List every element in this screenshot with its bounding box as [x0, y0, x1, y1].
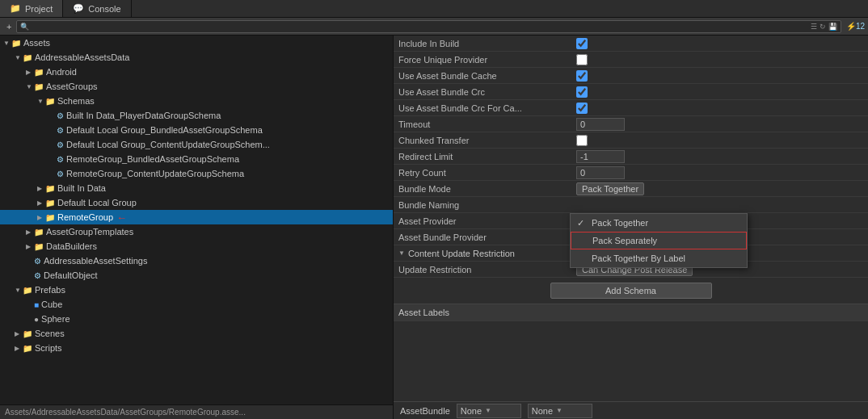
- asset-bundle-label: AssetBundle: [400, 406, 450, 416]
- tree-item-label: AddressableAssetSettings: [44, 256, 147, 266]
- timeout-input[interactable]: [576, 118, 625, 131]
- search-input[interactable]: [32, 22, 807, 31]
- tree-item-cube[interactable]: ■Cube: [0, 297, 393, 312]
- use-cache-label: Use Asset Bundle Cache: [398, 71, 576, 81]
- tree-item-label: Default Local Group: [57, 198, 137, 207]
- tree-item-default_object[interactable]: ⚙DefaultObject: [0, 268, 393, 283]
- asset-bundle-second-dropdown[interactable]: None ▼: [528, 404, 592, 418]
- option-pack-separately-label: Pack Separately: [592, 236, 657, 245]
- tree-item-addressable_settings[interactable]: ⚙AddressableAssetSettings: [0, 253, 393, 268]
- filter-icon[interactable]: ☰: [811, 23, 817, 31]
- chunked-checkbox[interactable]: [576, 135, 588, 146]
- tree-item-databuilders[interactable]: ▶📁DataBuilders: [0, 239, 393, 253]
- prop-timeout: Timeout: [394, 116, 868, 132]
- force-unique-checkbox[interactable]: [576, 54, 588, 65]
- bundle-naming-dropdown[interactable]: ✓ Pack Together Pack Separately Pack Tog…: [570, 213, 748, 268]
- dropdown-option-pack-together[interactable]: ✓ Pack Together: [571, 214, 747, 232]
- dropdown-option-pack-separately[interactable]: Pack Separately: [571, 232, 747, 249]
- tree-item-label: DataBuilders: [46, 241, 97, 251]
- use-cache-checkbox[interactable]: [576, 70, 588, 82]
- folder-icon: 📁: [45, 213, 55, 222]
- tab-project[interactable]: 📁 Project: [0, 0, 63, 17]
- tree-item-assetgroups[interactable]: ▼📁AssetGroups: [0, 79, 393, 94]
- dropdown-arrow-icon-2: ▼: [556, 407, 563, 414]
- add-button[interactable]: +: [3, 21, 15, 32]
- use-crc-cached-label: Use Asset Bundle Crc For Ca...: [398, 103, 576, 113]
- toolbar: + 🔍 ☰ ↻ 💾 ⚡12: [0, 18, 868, 36]
- tree-item-remote_group[interactable]: ▶📁RemoteGroup←: [0, 210, 393, 224]
- prop-use-crc-cached: Use Asset Bundle Crc For Ca...: [394, 100, 868, 116]
- tree-item-label: Built In Data_PlayerDataGroupSchema: [66, 111, 221, 120]
- add-schema-button[interactable]: Add Schema: [550, 283, 712, 299]
- prop-use-crc: Use Asset Bundle Crc: [394, 84, 868, 100]
- bottom-bar: AssetBundle None ▼ None ▼: [394, 401, 868, 419]
- tree-item-builtin_data[interactable]: ⚙Built In Data_PlayerDataGroupSchema: [0, 108, 393, 123]
- properties-scroll: Include In Build Force Unique Provider U…: [394, 36, 868, 401]
- tree-item-assets[interactable]: ▼📁Assets: [0, 36, 393, 50]
- folder-icon: 📁: [34, 242, 44, 251]
- use-crc-checkbox[interactable]: [576, 86, 588, 98]
- triangle-icon: ▼: [37, 98, 45, 105]
- tree-item-default_local_content[interactable]: ⚙Default Local Group_ContentUpdateGroupS…: [0, 137, 393, 152]
- tree-item-remote_bundled[interactable]: ⚙RemoteGroup_BundledAssetGroupSchema: [0, 152, 393, 166]
- tab-project-label: Project: [25, 4, 53, 14]
- bundle-mode-label: Bundle Mode: [398, 184, 576, 194]
- triangle-icon: ▶: [26, 243, 34, 250]
- tree-item-default_local_bundled[interactable]: ⚙Default Local Group_BundledAssetGroupSc…: [0, 123, 393, 137]
- tree-item-sphere[interactable]: ●Sphere: [0, 312, 393, 326]
- tree-item-addressable[interactable]: ▼📁AddressableAssetsData: [0, 50, 393, 65]
- folder-icon: 📁: [23, 344, 32, 353]
- redirect-input[interactable]: [576, 150, 625, 163]
- tree-item-builtin_data2[interactable]: ▶📁Built In Data: [0, 181, 393, 195]
- tree-item-label: AssetGroups: [46, 82, 98, 91]
- folder-icon: 📁: [34, 228, 44, 237]
- tree-item-label: Prefabs: [35, 285, 65, 295]
- asset-icon: ⚙: [57, 170, 64, 178]
- tree-item-label: AddressableAssetsData: [35, 52, 129, 62]
- tree-item-schemas[interactable]: ▼📁Schemas: [0, 94, 393, 108]
- tree-item-default_local_group[interactable]: ▶📁Default Local Group: [0, 195, 393, 210]
- dropdown-arrow-icon: ▼: [485, 407, 491, 414]
- prop-include-in-build: Include In Build: [394, 36, 868, 52]
- tree-item-scenes[interactable]: ▶📁Scenes: [0, 326, 393, 341]
- save-icon[interactable]: 💾: [828, 23, 837, 31]
- folder-icon: 📁: [45, 199, 55, 207]
- check-icon: ✓: [577, 218, 587, 228]
- tree-item-label: Assets: [23, 38, 50, 48]
- refresh-icon[interactable]: ↻: [820, 23, 826, 31]
- tree-item-label: Built In Data: [57, 183, 106, 193]
- force-unique-label: Force Unique Provider: [398, 55, 576, 65]
- tree-item-assetgroup_templates[interactable]: ▶📁AssetGroupTemplates: [0, 224, 393, 239]
- tree-item-prefabs[interactable]: ▼📁Prefabs: [0, 283, 393, 297]
- include-in-build-checkbox[interactable]: [576, 38, 588, 49]
- triangle-icon: ▼: [3, 40, 11, 47]
- main-content: ▼📁Assets▼📁AddressableAssetsData▶📁Android…: [0, 36, 868, 419]
- add-schema-container: Add Schema: [394, 278, 868, 304]
- tree-item-label: DefaultObject: [44, 270, 98, 280]
- prop-redirect: Redirect Limit: [394, 149, 868, 165]
- cube-icon: ■: [34, 300, 39, 309]
- triangle-icon: ▼: [15, 287, 23, 294]
- triangle-icon: ▶: [37, 185, 45, 192]
- triangle-icon: ▶: [37, 199, 45, 207]
- folder-icon: 📁: [45, 97, 55, 106]
- red-arrow-icon: ←: [116, 212, 127, 224]
- asset-icon: ⚙: [34, 271, 41, 280]
- use-crc-label: Use Asset Bundle Crc: [398, 87, 576, 97]
- retry-input[interactable]: [576, 166, 625, 179]
- tree-item-remote_content[interactable]: ⚙RemoteGroup_ContentUpdateGroupSchema: [0, 166, 393, 181]
- asset-labels-header: Asset Labels: [394, 304, 868, 321]
- update-restriction-label: Update Restriction: [398, 265, 576, 274]
- redirect-label: Redirect Limit: [398, 152, 576, 161]
- tab-console-label: Console: [88, 4, 120, 14]
- asset-bundle-dropdown[interactable]: None ▼: [457, 404, 521, 418]
- asset-labels-label: Asset Labels: [398, 308, 449, 317]
- bundle-mode-value[interactable]: Pack Together: [576, 182, 644, 195]
- tree-item-android[interactable]: ▶📁Android: [0, 65, 393, 79]
- option-pack-by-label-label: Pack Together By Label: [592, 253, 685, 263]
- dropdown-option-pack-by-label[interactable]: Pack Together By Label: [571, 249, 747, 267]
- tab-console[interactable]: 💬 Console: [63, 0, 131, 17]
- folder-icon: 📁: [45, 184, 55, 193]
- tree-item-scripts[interactable]: ▶📁Scripts: [0, 341, 393, 355]
- use-crc-cached-checkbox[interactable]: [576, 103, 588, 114]
